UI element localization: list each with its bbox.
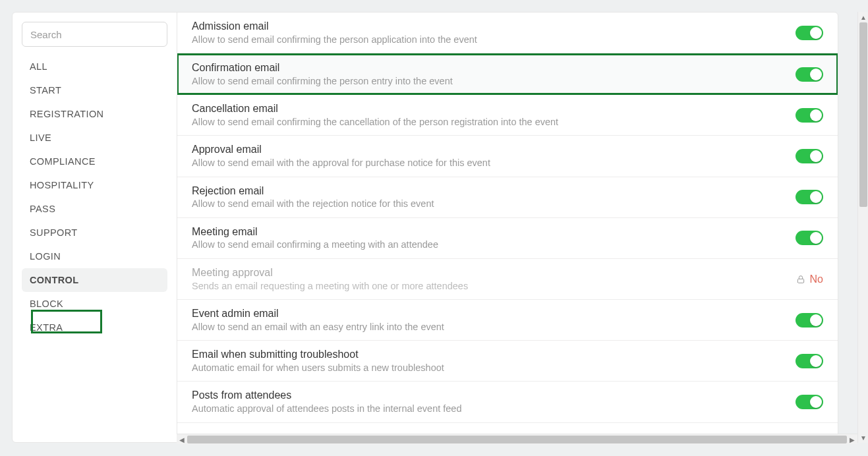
sidebar-item-label: START: [30, 85, 61, 96]
setting-description: Automatic approval of attendees posts in…: [192, 403, 796, 416]
settings-panel: ALLSTARTREGISTRATIONLIVECOMPLIANCEHOSPIT…: [12, 12, 838, 443]
setting-text: Confirmation emailAllow to send email co…: [192, 61, 796, 88]
vertical-scrollbar[interactable]: ▲ ▼: [857, 12, 868, 443]
toggle-switch[interactable]: [796, 395, 823, 409]
setting-control: [796, 108, 823, 123]
setting-text: Meeting approvalSends an email requestin…: [192, 266, 796, 293]
sidebar-item-label: LIVE: [30, 132, 51, 143]
sidebar-item-label: ALL: [30, 61, 47, 72]
setting-title: Meeting approval: [192, 266, 796, 280]
setting-description: Allow to send email with the rejection n…: [192, 198, 796, 211]
toggle-knob: [810, 191, 822, 203]
sidebar-item-registration[interactable]: REGISTRATION: [22, 102, 167, 126]
toggle-switch[interactable]: [796, 149, 823, 163]
toggle-switch[interactable]: [796, 26, 823, 40]
toggle-switch[interactable]: [796, 108, 823, 123]
toggle-knob: [810, 396, 822, 408]
sidebar-list: ALLSTARTREGISTRATIONLIVECOMPLIANCEHOSPIT…: [13, 55, 177, 339]
setting-text: Approval emailAllow to send email with t…: [192, 142, 796, 169]
toggle-knob: [810, 109, 822, 121]
toggle-knob: [810, 27, 822, 39]
setting-text: Email when submitting troubleshootAutoma…: [192, 347, 796, 374]
setting-title: Event admin email: [192, 306, 796, 321]
setting-description: Allow to send email confirming a meeting…: [192, 239, 796, 252]
sidebar-item-login[interactable]: LOGIN: [22, 244, 167, 268]
toggle-knob: [810, 69, 822, 80]
search-input[interactable]: [22, 22, 167, 47]
setting-control: No: [796, 273, 823, 285]
setting-control: [796, 313, 823, 328]
setting-control: [796, 190, 823, 204]
lock-icon: [796, 274, 806, 285]
sidebar: ALLSTARTREGISTRATIONLIVECOMPLIANCEHOSPIT…: [13, 13, 177, 442]
setting-title: Confirmation email: [192, 61, 796, 75]
setting-text: Rejection emailAllow to send email with …: [192, 184, 796, 211]
toggle-switch[interactable]: [796, 67, 823, 82]
sidebar-item-pass[interactable]: PASS: [22, 197, 167, 221]
horizontal-scrollbar[interactable]: ◀ ▶: [177, 434, 857, 444]
toggle-switch[interactable]: [796, 190, 823, 204]
sidebar-item-label: CONTROL: [30, 275, 79, 285]
toggle-knob: [810, 355, 822, 367]
locked-text: No: [810, 273, 823, 285]
toggle-knob: [810, 150, 822, 162]
settings-main: Admission emailAllow to send email confi…: [177, 13, 838, 442]
scroll-up-arrow-icon[interactable]: ▲: [858, 12, 868, 22]
setting-text: Event admin emailAllow to send an email …: [192, 306, 796, 333]
scroll-left-arrow-icon[interactable]: ◀: [177, 434, 187, 445]
sidebar-item-extra[interactable]: EXTRA: [22, 316, 167, 339]
horizontal-scroll-thumb[interactable]: [187, 436, 847, 443]
svg-rect-0: [797, 279, 803, 283]
setting-control: [796, 26, 823, 40]
setting-row: Approval emailAllow to send email with t…: [177, 136, 838, 177]
toggle-switch[interactable]: [796, 354, 823, 368]
locked-indicator: No: [796, 273, 823, 285]
setting-title: Admission email: [192, 19, 796, 34]
sidebar-item-label: REGISTRATION: [30, 109, 103, 119]
sidebar-item-block[interactable]: BLOCK: [22, 292, 167, 316]
setting-title: Cancellation email: [192, 101, 796, 116]
setting-description: Allow to send email with the approval fo…: [192, 157, 796, 170]
sidebar-item-start[interactable]: START: [22, 78, 167, 102]
sidebar-item-all[interactable]: ALL: [22, 55, 167, 78]
sidebar-item-label: EXTRA: [30, 322, 63, 333]
setting-row: Event admin emailAllow to send an email …: [177, 300, 838, 341]
setting-description: Allow to send email confirming the cance…: [192, 116, 796, 129]
sidebar-item-label: BLOCK: [30, 299, 63, 309]
setting-row: Rejection emailAllow to send email with …: [177, 177, 838, 218]
toggle-switch[interactable]: [796, 231, 823, 245]
setting-control: [796, 149, 823, 163]
sidebar-item-label: SUPPORT: [30, 227, 78, 238]
toggle-switch[interactable]: [796, 313, 823, 328]
sidebar-item-control[interactable]: CONTROL: [22, 268, 167, 292]
setting-control: [796, 395, 823, 409]
sidebar-item-compliance[interactable]: COMPLIANCE: [22, 150, 167, 173]
setting-description: Allow to send email confirming the perso…: [192, 75, 796, 88]
setting-title: Email when submitting troubleshoot: [192, 347, 796, 362]
setting-row: Email when submitting troubleshootAutoma…: [177, 341, 838, 382]
vertical-scroll-thumb[interactable]: [859, 22, 867, 207]
sidebar-item-live[interactable]: LIVE: [22, 126, 167, 150]
search-box: [22, 22, 167, 47]
setting-row: Posts from attendeesAutomatic approval o…: [177, 382, 838, 422]
scroll-down-arrow-icon[interactable]: ▼: [858, 432, 868, 443]
setting-control: [796, 67, 823, 82]
setting-control: [796, 231, 823, 245]
sidebar-item-label: LOGIN: [30, 251, 61, 262]
setting-text: Cancellation emailAllow to send email co…: [192, 101, 796, 128]
setting-row: Meeting emailAllow to send email confirm…: [177, 218, 838, 259]
setting-row: Admission emailAllow to send email confi…: [177, 13, 838, 53]
setting-title: Approval email: [192, 142, 796, 157]
setting-title: Meeting email: [192, 225, 796, 239]
sidebar-item-support[interactable]: SUPPORT: [22, 221, 167, 244]
setting-text: Meeting emailAllow to send email confirm…: [192, 225, 796, 252]
setting-control: [796, 354, 823, 368]
settings-list: Admission emailAllow to send email confi…: [177, 13, 838, 442]
setting-description: Allow to send an email with an easy entr…: [192, 321, 796, 334]
setting-row: Confirmation emailAllow to send email co…: [177, 53, 838, 95]
setting-title: Posts from attendees: [192, 388, 796, 403]
setting-row: Meeting approvalSends an email requestin…: [177, 259, 838, 300]
scroll-right-arrow-icon[interactable]: ▶: [847, 434, 857, 445]
sidebar-item-hospitality[interactable]: HOSPITALITY: [22, 173, 167, 197]
setting-description: Automatic email for when users submits a…: [192, 362, 796, 375]
